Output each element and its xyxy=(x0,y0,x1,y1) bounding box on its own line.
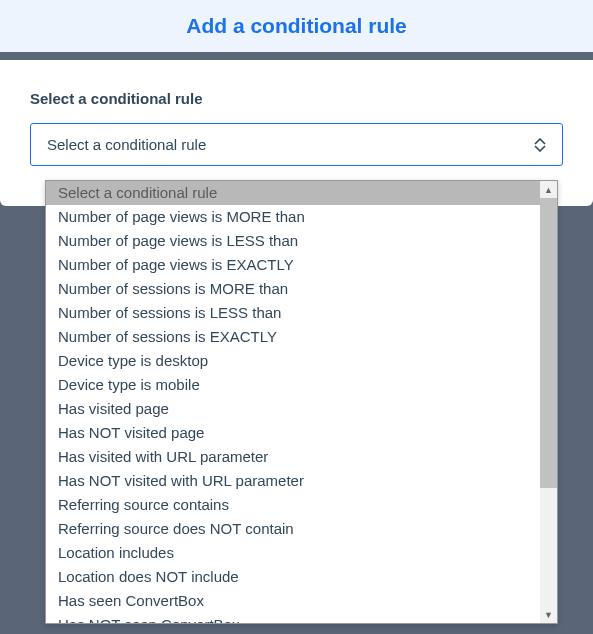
dropdown-option[interactable]: Has visited with URL parameter xyxy=(46,445,557,469)
scrollbar-thumb[interactable] xyxy=(540,198,557,488)
scroll-up-icon[interactable]: ▲ xyxy=(540,181,557,198)
dropdown-option[interactable]: Device type is desktop xyxy=(46,349,557,373)
scroll-down-icon[interactable]: ▼ xyxy=(540,606,557,623)
select-label: Select a conditional rule xyxy=(30,90,563,107)
scrollbar-track: ▲ ▼ xyxy=(540,181,557,623)
dropdown-option[interactable]: Has visited page xyxy=(46,397,557,421)
select-current-value: Select a conditional rule xyxy=(47,136,206,153)
dropdown-option[interactable]: Number of page views is MORE than xyxy=(46,205,557,229)
dropdown-option[interactable]: Number of sessions is LESS than xyxy=(46,301,557,325)
dropdown-option[interactable]: Has NOT seen ConvertBox xyxy=(46,613,557,623)
dropdown-option[interactable]: Device type is mobile xyxy=(46,373,557,397)
dropdown-option[interactable]: Location includes xyxy=(46,541,557,565)
dropdown-option[interactable]: Referring source contains xyxy=(46,493,557,517)
conditional-rule-select[interactable]: Select a conditional rule xyxy=(30,123,563,166)
dropdown-option[interactable]: Number of page views is LESS than xyxy=(46,229,557,253)
modal-header: Add a conditional rule xyxy=(0,0,593,52)
dropdown-option[interactable]: Number of sessions is EXACTLY xyxy=(46,325,557,349)
select-sort-icon xyxy=(534,138,546,152)
dropdown-option[interactable]: Has NOT visited page xyxy=(46,421,557,445)
dropdown-option[interactable]: Select a conditional rule xyxy=(46,181,557,205)
dropdown-option[interactable]: Number of sessions is MORE than xyxy=(46,277,557,301)
dropdown-option[interactable]: Location does NOT include xyxy=(46,565,557,589)
dropdown-option[interactable]: Has seen ConvertBox xyxy=(46,589,557,613)
conditional-rule-dropdown: Select a conditional rule Number of page… xyxy=(45,180,558,624)
dropdown-option[interactable]: Has NOT visited with URL parameter xyxy=(46,469,557,493)
modal-title: Add a conditional rule xyxy=(0,14,593,38)
dropdown-option[interactable]: Referring source does NOT contain xyxy=(46,517,557,541)
dropdown-options-list: Select a conditional rule Number of page… xyxy=(46,181,557,623)
dropdown-option[interactable]: Number of page views is EXACTLY xyxy=(46,253,557,277)
